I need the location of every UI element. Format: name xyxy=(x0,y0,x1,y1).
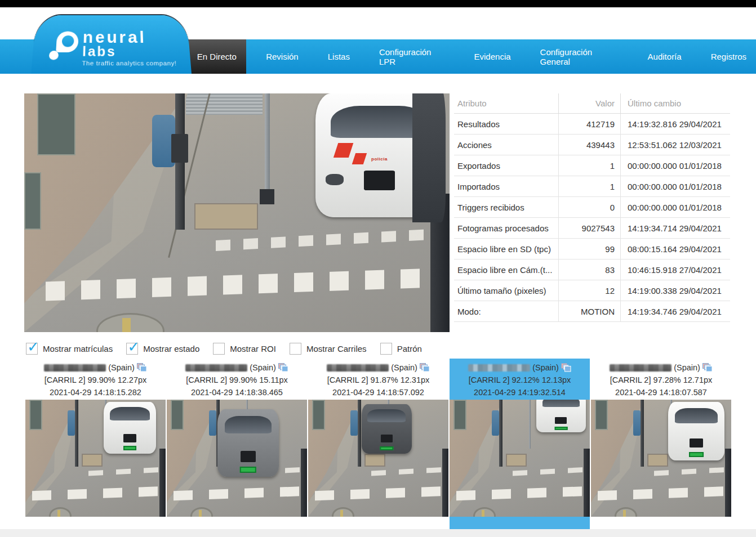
live-camera-view: policia xyxy=(24,93,450,332)
detection-card-header: (Spain) [CARRIL 2] 97.28% 12.71px 2021-0… xyxy=(591,359,731,400)
scene-moto-stem xyxy=(623,510,626,517)
blurred-plate xyxy=(327,364,389,372)
cell-attribute: Espacio libre en SD (tpc) xyxy=(454,244,558,254)
copy-icon[interactable] xyxy=(561,363,571,372)
detection-thumbnail[interactable] xyxy=(167,400,307,517)
detection-thumbnail[interactable] xyxy=(591,400,731,517)
car-windshield xyxy=(542,400,580,407)
scene-signal-box xyxy=(171,134,188,163)
cell-value: 9027543 xyxy=(558,218,620,238)
cell-attribute: Importados xyxy=(454,182,558,191)
thumb-scene xyxy=(591,400,731,517)
cell-value: 1 xyxy=(558,176,620,196)
plate-country: (Spain) xyxy=(250,361,276,374)
table-row: Último tamaño (pixeles) 12 14:19:00.338 … xyxy=(454,280,730,301)
cell-last-change: 00:00:00.000 01/01/2018 xyxy=(620,155,730,176)
detection-thumbnail[interactable] xyxy=(25,400,166,517)
nav-item-3[interactable]: Configuración LPR xyxy=(370,39,455,74)
logo-dot xyxy=(49,51,59,60)
scene-window xyxy=(29,400,42,430)
tab-en-directo[interactable]: En Directo xyxy=(188,39,247,74)
scene-trash-bin xyxy=(209,410,217,436)
cell-attribute: Espacio libre en Cám.(t... xyxy=(454,265,558,275)
checkbox[interactable] xyxy=(213,343,225,355)
copy-icon[interactable] xyxy=(137,363,147,372)
nav-item-4[interactable]: Evidencia xyxy=(465,39,521,74)
filter-checkbox[interactable]: Patrón xyxy=(380,343,422,355)
filter-checkbox[interactable]: ✓ Mostrar estado xyxy=(126,343,199,355)
detection-thumbnail[interactable] xyxy=(450,400,590,517)
cell-value: 83 xyxy=(558,259,620,280)
copy-icon[interactable] xyxy=(278,363,288,372)
main-content: policia Atributo Valor Último cambio Res… xyxy=(0,74,756,332)
filter-checkbox[interactable]: ✓ Mostrar matrículas xyxy=(26,343,113,355)
detection-card[interactable]: (Spain) [CARRIL 2] 99.90% 15.11px 2021-0… xyxy=(167,359,307,517)
table-row: Espacio libre en Cám.(t... 83 10:46:15.9… xyxy=(454,259,730,280)
copy-icon[interactable] xyxy=(420,363,430,372)
nav-item-5[interactable]: Configuración General xyxy=(531,39,628,74)
scene-window xyxy=(595,400,607,430)
cell-attribute: Resultados xyxy=(454,119,558,129)
detection-card[interactable]: (Spain) [CARRIL 2] 92.12% 12.13px 2021-0… xyxy=(450,359,590,529)
footer-bar xyxy=(0,529,756,537)
detection-card[interactable]: (Spain) [CARRIL 2] 99.90% 12.27px 2021-0… xyxy=(25,359,166,517)
scene-crosswalk-near xyxy=(456,486,590,500)
checkbox[interactable]: ✓ xyxy=(26,343,38,355)
scene-moto-mirror xyxy=(96,313,164,332)
detection-thumbnail[interactable] xyxy=(308,400,448,517)
cell-attribute: Triggers recibidos xyxy=(454,203,558,212)
cell-value: 439443 xyxy=(558,135,620,155)
plate-line: (Spain) xyxy=(450,361,590,374)
neural-labs-logo: neural labs The traffic analytics compan… xyxy=(31,15,192,74)
nav-item-1[interactable]: Revisión xyxy=(256,39,308,74)
logo-word-labs: labs xyxy=(82,44,117,60)
display-filters: ✓ Mostrar matrículas ✓ Mostrar estado Mo… xyxy=(26,342,756,355)
nav-item-7[interactable]: Registros xyxy=(701,39,756,74)
table-row: Espacio libre en SD (tpc) 99 08:00:15.16… xyxy=(454,239,730,259)
plate-country: (Spain) xyxy=(391,361,417,374)
scene-window xyxy=(453,400,466,430)
table-row: Exportados 1 00:00:00.000 01/01/2018 xyxy=(454,155,730,176)
scene-police-car: policia xyxy=(315,93,443,217)
scene-pole xyxy=(75,400,78,467)
blurred-plate xyxy=(185,364,247,372)
table-row: Modo: MOTION 14:19:34.746 29/04/2021 xyxy=(454,301,730,322)
detection-card[interactable]: (Spain) [CARRIL 2] 91.87% 12.31px 2021-0… xyxy=(308,359,448,517)
detection-card[interactable]: (Spain) [CARRIL 2] 97.28% 12.71px 2021-0… xyxy=(591,359,731,517)
attributes-table-header: Atributo Valor Último cambio xyxy=(454,93,730,114)
scene-moto-mirror xyxy=(473,507,496,517)
scene-window xyxy=(37,93,75,155)
nav-item-2[interactable]: Listas xyxy=(318,39,359,74)
scene-moto-stem xyxy=(57,510,60,517)
scene-tree-pit xyxy=(506,454,527,467)
filter-checkbox[interactable]: Mostrar ROI xyxy=(213,343,276,355)
scene-moto-mirror xyxy=(615,507,637,517)
checkbox[interactable]: ✓ xyxy=(126,343,138,355)
scene-shutter xyxy=(186,93,263,115)
scene-detected-car xyxy=(668,402,724,460)
detection-timestamp: 2021-04-29 14:18:57.092 xyxy=(308,386,448,399)
filter-checkbox[interactable]: Mostrar Carriles xyxy=(290,343,367,355)
checkbox[interactable] xyxy=(290,343,301,355)
scene-trash-bin xyxy=(633,410,641,436)
car-windshield xyxy=(225,416,272,433)
nav-item-6[interactable]: Auditoría xyxy=(638,39,691,74)
scene-detected-car xyxy=(104,402,155,454)
scene-window xyxy=(171,400,183,430)
cell-attribute: Último tamaño (pixeles) xyxy=(454,286,558,296)
detection-timestamp: 2021-04-29 14:19:32.514 xyxy=(450,386,590,399)
scene-crosswalk-far xyxy=(88,467,166,476)
scene-pole-2 xyxy=(529,400,531,449)
scene-moto-stem xyxy=(482,510,484,517)
detection-card-header: (Spain) [CARRIL 2] 92.12% 12.13px 2021-0… xyxy=(450,359,590,400)
car-windshield xyxy=(367,409,406,422)
copy-icon[interactable] xyxy=(702,363,713,372)
scene-pole xyxy=(499,400,502,467)
scene-dark-object xyxy=(301,449,307,517)
car-grille xyxy=(381,435,393,442)
scene-pole-foot xyxy=(260,189,274,205)
checkbox[interactable] xyxy=(380,343,392,355)
scene-detected-car xyxy=(536,400,585,432)
lane-confidence-info: [CARRIL 2] 91.87% 12.31px xyxy=(308,374,448,386)
car-headlight xyxy=(326,174,344,185)
